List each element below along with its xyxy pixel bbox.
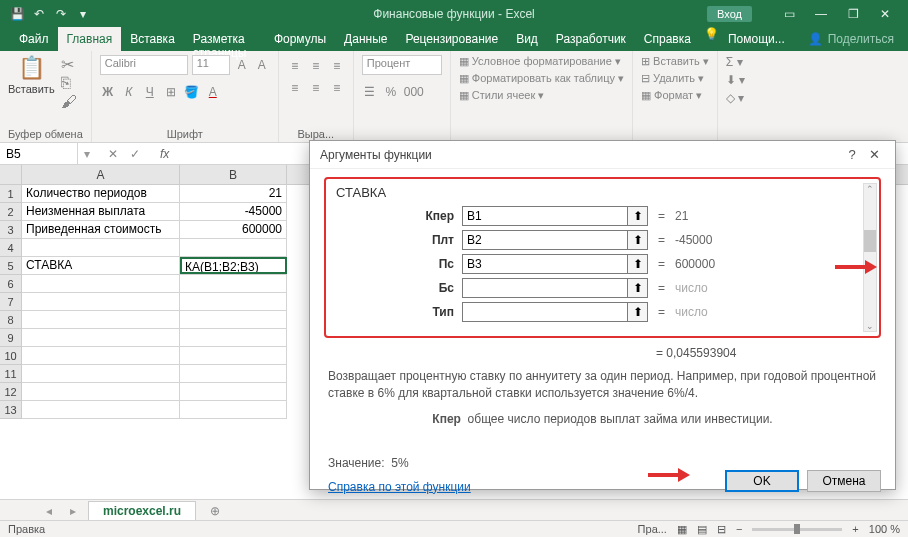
tab-home[interactable]: Главная [58,27,122,51]
close-icon[interactable]: ✕ [878,7,892,21]
tell-me-icon[interactable]: 💡 [704,27,719,51]
arg-input-bs[interactable] [462,278,628,298]
insert-cells-button[interactable]: ⊞ Вставить ▾ [641,55,709,68]
paste-button[interactable]: 📋 Вставить [8,55,55,95]
tell-me[interactable]: Помощи... [719,27,794,51]
cell[interactable]: Количество периодов [22,185,180,202]
ribbon-options-icon[interactable]: ▭ [782,7,796,21]
align-right-icon[interactable]: ≡ [329,81,345,95]
redo-icon[interactable]: ↷ [54,7,68,21]
align-mid-icon[interactable]: ≡ [308,59,324,73]
qat-dropdown-icon[interactable]: ▾ [76,7,90,21]
view-layout-icon[interactable]: ▤ [697,523,707,536]
cell[interactable]: 600000 [180,221,287,238]
minimize-icon[interactable]: — [814,7,828,21]
function-help-link[interactable]: Справка по этой функции [324,480,471,494]
maximize-icon[interactable]: ❐ [846,7,860,21]
arg-input-plt[interactable] [462,230,628,250]
range-selector-icon[interactable]: ⬆ [628,254,648,274]
range-selector-icon[interactable]: ⬆ [628,230,648,250]
fx-icon[interactable]: fx [152,147,177,161]
tab-developer[interactable]: Разработчик [547,27,635,51]
align-top-icon[interactable]: ≡ [287,59,303,73]
row-header[interactable]: 8 [0,311,21,329]
zoom-in-icon[interactable]: + [852,523,858,535]
arg-input-kper[interactable] [462,206,628,226]
comma-icon[interactable]: 000 [404,85,420,99]
percent-icon[interactable]: % [383,85,399,99]
clear-icon[interactable]: ◇ ▾ [726,91,744,105]
autosum-icon[interactable]: Σ ▾ [726,55,743,69]
copy-icon[interactable]: ⎘ [61,74,77,90]
col-header-b[interactable]: B [180,165,287,184]
add-sheet-icon[interactable]: ⊕ [202,504,228,518]
cell[interactable] [22,239,180,256]
size-selector[interactable]: 11 [192,55,230,75]
format-cells-button[interactable]: ▦ Формат ▾ [641,89,702,102]
col-header-a[interactable]: A [22,165,180,184]
border-icon[interactable]: ⊞ [163,85,179,99]
delete-cells-button[interactable]: ⊟ Удалить ▾ [641,72,704,85]
cell-styles-button[interactable]: ▦ Стили ячеек ▾ [459,89,545,102]
format-table-button[interactable]: ▦ Форматировать как таблицу ▾ [459,72,624,85]
share-button[interactable]: 👤 Поделиться [794,27,908,51]
shrink-font-icon[interactable]: A [254,58,270,72]
namebox-dropdown-icon[interactable]: ▾ [78,147,96,161]
row-header[interactable]: 13 [0,401,21,419]
fill-icon[interactable]: ⬇ ▾ [726,73,745,87]
number-format-selector[interactable]: Процент [362,55,442,75]
cell[interactable]: Приведенная стоимость [22,221,180,238]
row-header[interactable]: 9 [0,329,21,347]
row-header[interactable]: 11 [0,365,21,383]
tab-insert[interactable]: Вставка [121,27,184,51]
cut-icon[interactable]: ✂ [61,55,77,71]
row-header[interactable]: 3 [0,221,21,239]
row-header[interactable]: 12 [0,383,21,401]
row-header[interactable]: 5 [0,257,21,275]
view-normal-icon[interactable]: ▦ [677,523,687,536]
row-header[interactable]: 2 [0,203,21,221]
tab-layout[interactable]: Разметка страницы [184,27,265,51]
tab-formulas[interactable]: Формулы [265,27,335,51]
tab-data[interactable]: Данные [335,27,396,51]
italic-button[interactable]: К [121,85,137,99]
tab-review[interactable]: Рецензирование [396,27,507,51]
range-selector-icon[interactable]: ⬆ [628,278,648,298]
font-selector[interactable]: Calibri [100,55,188,75]
tab-file[interactable]: Файл [10,27,58,51]
align-left-icon[interactable]: ≡ [287,81,303,95]
format-painter-icon[interactable]: 🖌 [61,93,77,109]
name-box[interactable] [0,143,78,164]
ok-button[interactable]: OK [725,470,799,492]
zoom-slider[interactable] [752,528,842,531]
range-selector-icon[interactable]: ⬆ [628,302,648,322]
align-bot-icon[interactable]: ≡ [329,59,345,73]
cell[interactable]: 21 [180,185,287,202]
fill-color-icon[interactable]: 🪣 [184,85,200,99]
arg-input-ps[interactable] [462,254,628,274]
row-header[interactable]: 1 [0,185,21,203]
align-center-icon[interactable]: ≡ [308,81,324,95]
underline-button[interactable]: Ч [142,85,158,99]
tab-help[interactable]: Справка [635,27,700,51]
row-header[interactable]: 7 [0,293,21,311]
login-button[interactable]: Вход [707,6,752,22]
cell[interactable]: СТАВКА [22,257,180,274]
sheet-nav-next-icon[interactable]: ▸ [64,504,82,518]
active-cell[interactable]: КА(B1;B2;B3) [180,257,287,274]
cell[interactable]: -45000 [180,203,287,220]
range-selector-icon[interactable]: ⬆ [628,206,648,226]
cancel-formula-icon[interactable]: ✕ [108,147,118,161]
bold-button[interactable]: Ж [100,85,116,99]
view-break-icon[interactable]: ⊟ [717,523,726,536]
zoom-out-icon[interactable]: − [736,523,742,535]
row-header[interactable]: 6 [0,275,21,293]
undo-icon[interactable]: ↶ [32,7,46,21]
conditional-format-button[interactable]: ▦ Условное форматирование ▾ [459,55,621,68]
cell[interactable]: Неизменная выплата [22,203,180,220]
dialog-help-icon[interactable]: ? [841,147,863,162]
tab-view[interactable]: Вид [507,27,547,51]
enter-formula-icon[interactable]: ✓ [130,147,140,161]
arg-input-type[interactable] [462,302,628,322]
sheet-nav-prev-icon[interactable]: ◂ [40,504,58,518]
